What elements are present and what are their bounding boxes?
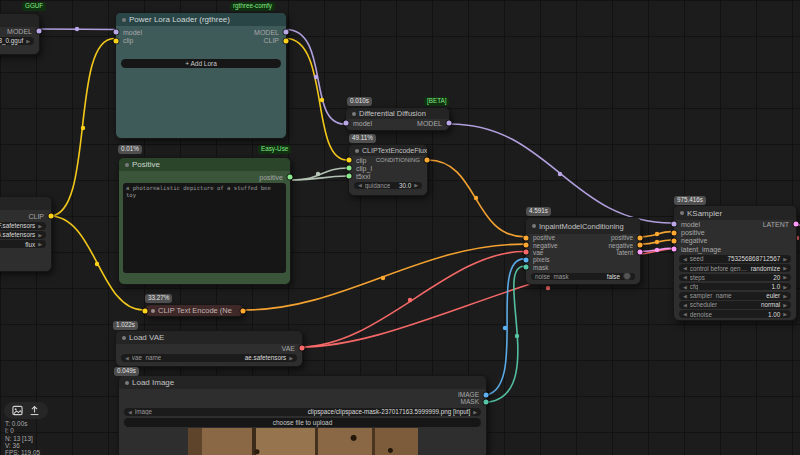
control-before-generate-widget[interactable]: ◀ control before generate randomize ▶: [679, 264, 791, 272]
sampler-name-widget[interactable]: ◀ sampler_name euler ▶: [679, 292, 791, 300]
right-arrow-icon[interactable]: ▶: [783, 311, 787, 317]
model-input-dot[interactable]: [344, 121, 349, 126]
model-output-dot[interactable]: [37, 29, 42, 34]
link-dot[interactable]: [81, 126, 85, 130]
right-arrow-icon[interactable]: ▶: [473, 409, 477, 415]
link-dot[interactable]: [655, 240, 659, 244]
node-inpaint-model-conditioning[interactable]: InpaintModelConditioning positive positi…: [525, 217, 641, 285]
clip-l-input-dot[interactable]: [347, 166, 352, 171]
left-arrow-icon[interactable]: ◀: [683, 302, 687, 308]
cfg-widget[interactable]: ◀ cfg 1.0 ▶: [679, 283, 791, 291]
right-arrow-icon[interactable]: ▶: [783, 265, 787, 271]
node-negative-prompt-collapsed[interactable]: CLIP Text Encode (Ne: [144, 304, 244, 317]
collapse-toggle-icon[interactable]: [151, 309, 155, 313]
model-output-dot[interactable]: [447, 121, 452, 126]
node-gguf-loader[interactable]: MODEL Q8_0.gguf ▶: [0, 13, 40, 55]
steps-widget[interactable]: ◀ steps 20 ▶: [679, 274, 791, 282]
clip-input-dot[interactable]: [347, 158, 352, 163]
model-output-dot[interactable]: [284, 30, 289, 35]
guidance-widget[interactable]: ◀ guidance 30.0 ▶: [354, 182, 422, 190]
node-title-bar[interactable]: Load VAE: [116, 331, 302, 344]
node-title-bar[interactable]: KSampler: [674, 206, 796, 220]
right-arrow-icon[interactable]: ▶: [414, 182, 418, 188]
right-arrow-icon[interactable]: ▶: [289, 355, 293, 361]
latent-output-dot[interactable]: [794, 222, 799, 227]
right-arrow-icon[interactable]: ▶: [783, 293, 787, 299]
vae-name-widget[interactable]: ◀ vae_name ae.safetensors ▶: [121, 354, 297, 362]
left-arrow-icon[interactable]: ◀: [683, 265, 687, 271]
right-arrow-icon[interactable]: ▶: [38, 241, 42, 247]
left-arrow-icon[interactable]: ◀: [358, 182, 362, 188]
conditioning-output-dot[interactable]: [241, 308, 246, 313]
left-arrow-icon[interactable]: ◀: [683, 256, 687, 262]
left-arrow-icon[interactable]: ◀: [128, 409, 132, 415]
node-title-bar[interactable]: CLIPTextEncodeFlux: [349, 145, 427, 156]
conditioning-output-dot[interactable]: [425, 158, 430, 163]
clip-input-dot[interactable]: [143, 308, 148, 313]
link-dot[interactable]: [546, 286, 550, 290]
node-clip-text-encode-flux[interactable]: CLIPTextEncodeFlux clip CONDITIONING cli…: [348, 144, 428, 196]
node-load-vae[interactable]: Load VAE VAE ◀ vae_name ae.safetensors ▶: [115, 330, 303, 367]
node-title-bar[interactable]: Power Lora Loader (rgthree): [116, 13, 286, 26]
right-arrow-icon[interactable]: ▶: [26, 38, 30, 44]
node-title-bar[interactable]: [0, 14, 39, 27]
gguf-name-widget[interactable]: Q8_0.gguf ▶: [0, 37, 34, 45]
left-arrow-icon[interactable]: ◀: [125, 355, 129, 361]
vae-input-dot[interactable]: [524, 250, 529, 255]
link-dot[interactable]: [655, 232, 659, 236]
right-arrow-icon[interactable]: ▶: [783, 256, 787, 262]
left-arrow-icon[interactable]: ◀: [683, 311, 687, 317]
left-arrow-icon[interactable]: ◀: [683, 284, 687, 290]
positive-output-dot[interactable]: [288, 175, 293, 180]
positive-input-dot[interactable]: [672, 230, 677, 235]
link-dot[interactable]: [408, 298, 412, 302]
right-arrow-icon[interactable]: ▶: [38, 223, 42, 229]
link-dot[interactable]: [503, 326, 507, 330]
node-differential-diffusion[interactable]: Differential Diffusion model MODEL: [345, 107, 450, 131]
negative-input-dot[interactable]: [672, 238, 677, 243]
image-icon[interactable]: [12, 405, 23, 416]
link-dot[interactable]: [320, 98, 324, 102]
scheduler-widget[interactable]: ◀ scheduler normal ▶: [679, 301, 791, 309]
clip-type-widget[interactable]: flux ▶: [0, 240, 46, 248]
clip-input-dot[interactable]: [114, 38, 119, 43]
latent-output-dot[interactable]: [638, 250, 643, 255]
node-title-bar[interactable]: Positive: [119, 158, 290, 171]
image-output-dot[interactable]: [484, 392, 489, 397]
node-positive-prompt[interactable]: Positive positive a photorealistic depic…: [118, 157, 291, 285]
node-ksampler[interactable]: KSampler model LATENT positive negative …: [673, 205, 797, 321]
right-arrow-icon[interactable]: ▶: [783, 284, 787, 290]
negative-output-dot[interactable]: [638, 243, 643, 248]
link-dot[interactable]: [314, 75, 318, 79]
link-dot[interactable]: [95, 262, 99, 266]
clip-name1-widget[interactable]: HF.safetensors ▶: [0, 222, 46, 230]
right-arrow-icon[interactable]: ▶: [783, 302, 787, 308]
vae-output-dot[interactable]: [300, 346, 305, 351]
link-dot[interactable]: [655, 248, 659, 252]
right-arrow-icon[interactable]: ▶: [38, 232, 42, 238]
node-title-bar[interactable]: InpaintModelConditioning: [526, 218, 640, 234]
noise-mask-toggle-widget[interactable]: noise_mask false: [531, 273, 635, 281]
latent-image-input-dot[interactable]: [672, 247, 677, 252]
link-dot[interactable]: [75, 27, 79, 31]
link-dot[interactable]: [316, 172, 320, 176]
node-title-bar[interactable]: Load Image: [119, 376, 486, 389]
model-input-dot[interactable]: [672, 222, 677, 227]
node-title-bar[interactable]: Differential Diffusion: [346, 108, 449, 119]
model-input-dot[interactable]: [114, 30, 119, 35]
mask-output-dot[interactable]: [484, 399, 489, 404]
link-dot[interactable]: [381, 276, 385, 280]
choose-file-button[interactable]: choose file to upload: [124, 418, 481, 427]
node-power-lora-loader[interactable]: Power Lora Loader (rgthree) model MODEL …: [115, 12, 287, 139]
add-lora-button[interactable]: + Add Lora: [121, 59, 281, 68]
seed-widget[interactable]: ◀ seed 753256868712567 ▶: [679, 255, 791, 263]
positive-input-dot[interactable]: [524, 235, 529, 240]
clip-output-dot[interactable]: [284, 38, 289, 43]
negative-input-dot[interactable]: [524, 243, 529, 248]
left-arrow-icon[interactable]: ◀: [683, 274, 687, 280]
t5xxl-input-dot[interactable]: [347, 174, 352, 179]
node-graph-canvas[interactable]: GGUF rgthree-comfy 0.01% Easy-Use 33.27%…: [0, 0, 800, 455]
left-arrow-icon[interactable]: ◀: [683, 293, 687, 299]
toggle-icon[interactable]: [623, 273, 631, 281]
mask-input-dot[interactable]: [524, 265, 529, 270]
